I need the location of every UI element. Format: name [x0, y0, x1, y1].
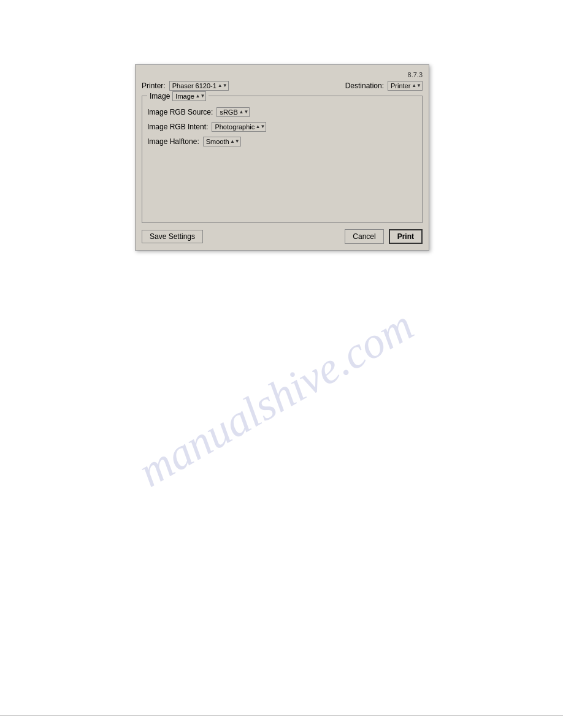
panel-select[interactable]: Image: [172, 91, 206, 101]
destination-select-wrapper[interactable]: Printer ▲▼: [388, 81, 423, 91]
top-row: Printer: Phaser 6120-1 ▲▼ Destination: P…: [142, 81, 423, 91]
bottom-line: [0, 715, 563, 716]
rgb-intent-select-wrapper[interactable]: Photographic ▲▼: [212, 122, 266, 132]
rgb-source-select[interactable]: sRGB: [216, 107, 250, 117]
rgb-intent-select[interactable]: Photographic: [212, 122, 266, 132]
panel-select-wrapper[interactable]: Image ▲▼: [172, 91, 206, 101]
content-area: Image RGB Source: sRGB ▲▼ Image RGB Inte…: [147, 107, 417, 218]
rgb-source-select-wrapper[interactable]: sRGB ▲▼: [216, 107, 250, 117]
save-settings-button[interactable]: Save Settings: [142, 230, 203, 243]
print-dialog: 8.7.3 Printer: Phaser 6120-1 ▲▼ Destinat…: [135, 64, 429, 251]
version-label: 8.7.3: [142, 71, 423, 78]
destination-section: Destination: Printer ▲▼: [345, 81, 423, 91]
rgb-source-row: Image RGB Source: sRGB ▲▼: [147, 107, 417, 117]
printer-section: Printer: Phaser 6120-1 ▲▼: [142, 81, 229, 91]
btn-group: Cancel Print: [345, 229, 423, 244]
printer-label: Printer:: [142, 82, 166, 90]
halftone-select[interactable]: Smooth: [203, 137, 241, 146]
panel-label: Image: [150, 92, 170, 100]
print-button[interactable]: Print: [389, 229, 423, 244]
halftone-select-wrapper[interactable]: Smooth ▲▼: [203, 137, 241, 146]
printer-select-wrapper[interactable]: Phaser 6120-1 ▲▼: [169, 81, 229, 91]
halftone-row: Image Halftone: Smooth ▲▼: [147, 137, 417, 146]
watermark: manualshive.com: [92, 214, 460, 582]
button-row: Save Settings Cancel Print: [142, 229, 423, 244]
cancel-button[interactable]: Cancel: [345, 229, 383, 244]
watermark-text: manualshive.com: [130, 300, 422, 498]
image-panel: Image Image ▲▼ Image RGB Source: sRGB ▲▼: [142, 96, 423, 223]
rgb-intent-row: Image RGB Intent: Photographic ▲▼: [147, 122, 417, 132]
destination-label: Destination:: [345, 82, 384, 90]
destination-select[interactable]: Printer: [388, 81, 423, 91]
printer-select[interactable]: Phaser 6120-1: [169, 81, 229, 91]
rgb-intent-label: Image RGB Intent:: [147, 123, 208, 131]
rgb-source-label: Image RGB Source:: [147, 108, 213, 116]
panel-header: Image Image ▲▼: [147, 91, 209, 101]
halftone-label: Image Halftone:: [147, 137, 199, 146]
